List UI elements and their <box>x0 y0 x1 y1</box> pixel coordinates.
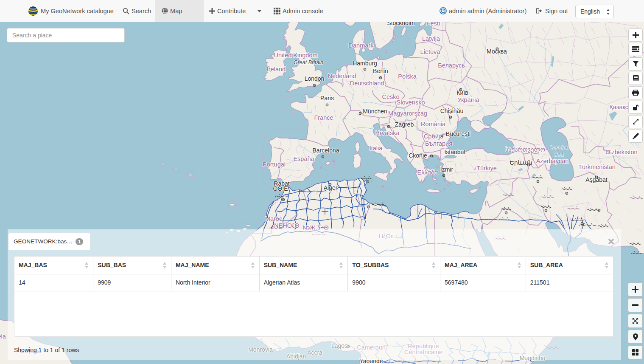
svg-text:Venezuela: Venezuela <box>0 333 6 340</box>
svg-text:Italia: Italia <box>370 145 383 152</box>
svg-text:Україна: Україна <box>457 96 479 103</box>
svg-text:Slovensko: Slovensko <box>397 99 425 106</box>
svg-text:Türkiye: Türkiye <box>476 165 497 172</box>
svg-text:România: România <box>421 121 446 127</box>
svg-text:Maroc: Maroc <box>265 215 282 222</box>
svg-text:Hrvatska: Hrvatska <box>375 130 400 136</box>
svg-text:საქართველო: საქართველო <box>505 146 546 153</box>
svg-text:Москва: Москва <box>487 48 507 55</box>
svg-text:Беларусь: Беларусь <box>438 62 465 69</box>
svg-text:Sea: Sea <box>554 151 563 158</box>
svg-text:Paris: Paris <box>320 95 334 102</box>
svg-text:Երևան: Երևան <box>510 159 532 166</box>
svg-text:Ελλάδα: Ελλάδα <box>417 169 438 176</box>
svg-text:Ckonje: Ckonje <box>409 152 427 159</box>
svg-text:İzmir: İzmir <box>440 166 454 173</box>
svg-text:Latvija: Latvija <box>422 35 440 42</box>
svg-text:București: București <box>446 130 470 137</box>
svg-text:Danmark: Danmark <box>349 42 374 49</box>
svg-text:Berlin: Berlin <box>373 68 388 74</box>
svg-text:Hamburg: Hamburg <box>353 60 377 67</box>
svg-text:O'zbekiston: O'zbekiston <box>605 149 637 155</box>
svg-text:Київ: Київ <box>456 89 468 96</box>
svg-text:Deutschland: Deutschland <box>350 80 384 87</box>
svg-text:ΟΘ.Ε: ΟΘ.Ε <box>273 185 288 192</box>
svg-text:Great Britain: Great Britain <box>294 59 323 65</box>
svg-text:München: München <box>363 108 387 115</box>
svg-text:Lietuva: Lietuva <box>420 48 441 55</box>
svg-text:Zagreb: Zagreb <box>395 121 414 128</box>
svg-text:Polska: Polska <box>398 73 417 80</box>
svg-text:Chișinău: Chișinău <box>440 107 463 114</box>
svg-text:Magyarország: Magyarország <box>388 110 427 117</box>
svg-text:London: London <box>305 75 325 82</box>
svg-text:България: България <box>425 140 452 147</box>
svg-text:Barcelona: Barcelona <box>312 147 339 154</box>
svg-text:Azərbaycan: Azərbaycan <box>536 158 569 164</box>
svg-text:İstanbul: İstanbul <box>444 148 465 155</box>
svg-text:Türkmenistan: Türkmenistan <box>578 164 616 170</box>
svg-text:Portugal: Portugal <box>263 161 286 168</box>
svg-text:España: España <box>293 155 314 162</box>
svg-text:Caspian: Caspian <box>549 144 569 151</box>
svg-text:Nederland: Nederland <box>328 73 356 79</box>
svg-text:United Kingdom: United Kingdom <box>274 52 317 59</box>
svg-text:France: France <box>314 114 333 121</box>
svg-text:Ireland: Ireland <box>267 66 286 73</box>
